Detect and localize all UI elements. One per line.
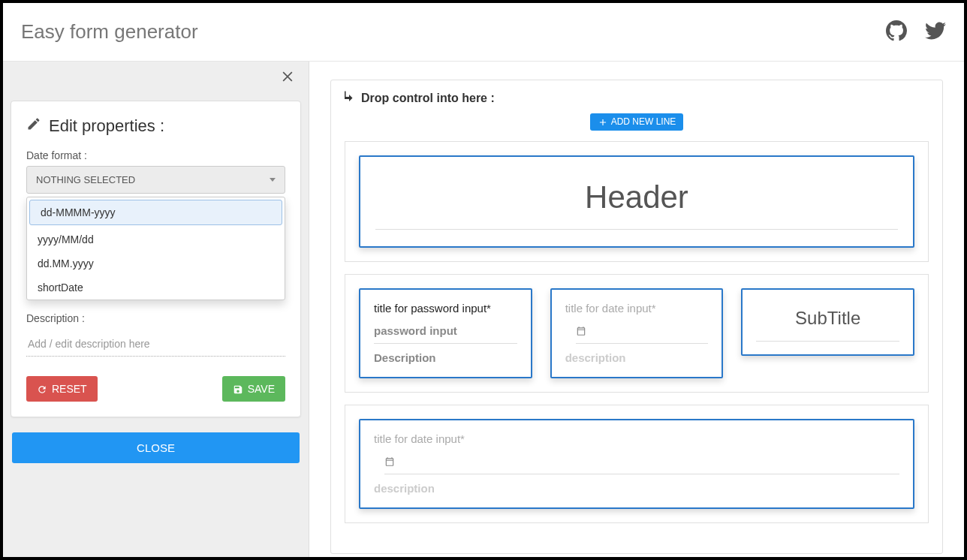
header-control[interactable]: Header xyxy=(359,155,914,248)
password-control[interactable]: title for password input* password input… xyxy=(359,288,532,378)
date-input-row xyxy=(576,322,709,344)
date-format-select[interactable]: NOTHING SELECTED xyxy=(26,166,285,194)
close-icon[interactable] xyxy=(280,69,295,87)
edit-properties-card: Edit properties : Date format : NOTHING … xyxy=(11,101,301,417)
subtitle-text: SubTitle xyxy=(756,302,899,329)
date-format-dropdown: dd-MMMM-yyyy yyyy/MM/dd dd.MM.yyyy short… xyxy=(26,197,285,300)
date-format-label: Date format : xyxy=(26,149,285,161)
field-description: Description xyxy=(374,351,436,364)
header-text: Header xyxy=(375,179,898,215)
save-icon xyxy=(233,383,243,395)
app-header: Easy form generator xyxy=(3,3,964,62)
edit-icon xyxy=(26,116,41,136)
dropdown-option[interactable]: yyyy/MM/dd xyxy=(27,227,285,251)
properties-panel: Edit properties : Date format : NOTHING … xyxy=(3,62,309,557)
calendar-icon xyxy=(576,324,586,337)
chevron-down-icon xyxy=(270,178,276,182)
field-placeholder: password input xyxy=(374,322,517,344)
corner-down-arrow-icon xyxy=(345,91,354,106)
header-actions xyxy=(886,20,946,44)
save-button[interactable]: SAVE xyxy=(222,376,285,402)
plus-icon xyxy=(598,116,608,128)
dropdown-option[interactable]: dd.MM.yyyy xyxy=(27,251,285,275)
form-row: Header xyxy=(345,141,929,262)
date-input-row xyxy=(384,453,899,474)
drop-zone-header: Drop control into here : xyxy=(345,91,929,106)
calendar-icon xyxy=(384,454,395,468)
subtitle-control[interactable]: SubTitle xyxy=(741,288,914,356)
drop-zone[interactable]: Drop control into here : ADD NEW LINE He… xyxy=(330,80,943,554)
field-title: title for date input* xyxy=(565,302,709,315)
divider xyxy=(375,229,898,230)
add-line-button[interactable]: ADD NEW LINE xyxy=(590,113,684,131)
refresh-icon xyxy=(37,383,47,395)
dropdown-option[interactable]: dd-MMMM-yyyy xyxy=(29,200,282,225)
field-title: title for password input* xyxy=(374,302,517,315)
date-control[interactable]: title for date input* description xyxy=(359,419,914,509)
field-title: title for date input* xyxy=(374,432,899,445)
select-value: NOTHING SELECTED xyxy=(36,174,135,185)
form-row: title for password input* password input… xyxy=(345,274,929,393)
github-icon[interactable] xyxy=(886,20,907,44)
form-row: title for date input* description xyxy=(345,405,929,523)
field-description: description xyxy=(565,351,626,364)
app-title: Easy form generator xyxy=(21,20,198,44)
close-button[interactable]: CLOSE xyxy=(12,432,300,463)
reset-button[interactable]: RESET xyxy=(26,376,98,402)
dropdown-option[interactable]: shortDate xyxy=(27,275,285,300)
description-input[interactable] xyxy=(26,332,285,357)
field-description: description xyxy=(374,482,435,495)
panel-title-text: Edit properties : xyxy=(49,116,164,136)
form-canvas: Drop control into here : ADD NEW LINE He… xyxy=(309,62,964,557)
date-control[interactable]: title for date input* description xyxy=(550,288,724,378)
twitter-icon[interactable] xyxy=(925,20,946,44)
panel-title: Edit properties : xyxy=(26,116,285,136)
description-label: Description : xyxy=(26,312,285,324)
divider xyxy=(756,341,899,342)
